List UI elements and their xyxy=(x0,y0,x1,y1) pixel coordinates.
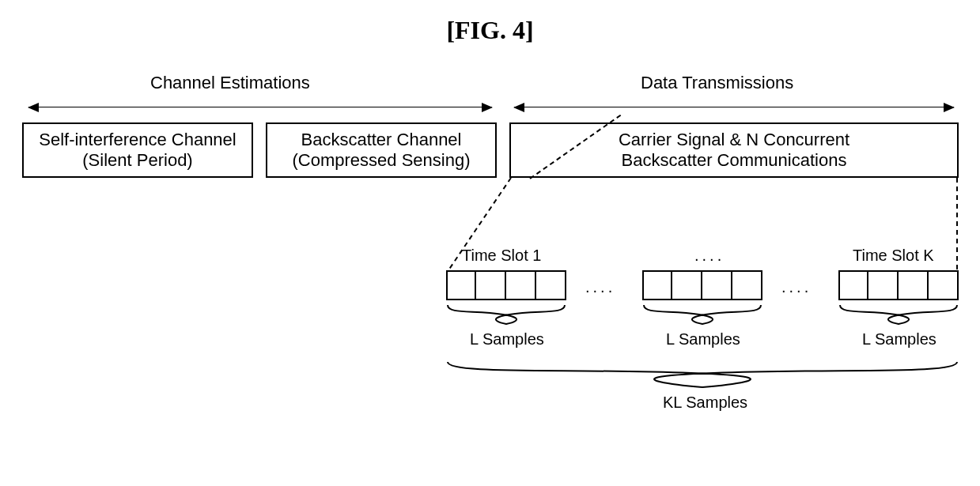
kl-samples: KL Samples xyxy=(663,394,747,412)
phase-channel-label: Channel Estimations xyxy=(150,73,310,93)
figure-title: [FIG. 4] xyxy=(0,16,980,45)
slot-cell xyxy=(642,270,672,300)
phase-data-label: Data Transmissions xyxy=(641,73,793,93)
slot-cell xyxy=(476,270,506,300)
slot-mid-cells xyxy=(642,270,762,300)
channel-estimations-arrow xyxy=(28,107,492,107)
slot-cell xyxy=(506,270,536,300)
l-brace-1 xyxy=(446,303,566,326)
slot-cell xyxy=(672,270,702,300)
carrier-line2: Backscatter Communications xyxy=(622,150,847,171)
l-brace-2 xyxy=(642,303,762,326)
backscatter-line1: Backscatter Channel xyxy=(301,130,462,150)
slot-cell xyxy=(838,270,868,300)
self-interference-box: Self-interference Channel (Silent Period… xyxy=(22,122,253,178)
slots-lower-dots-1: .... xyxy=(585,278,615,296)
self-if-line2: (Silent Period) xyxy=(82,150,192,171)
slots-upper-dots: .... xyxy=(694,247,725,265)
time-slot-1-label: Time Slot 1 xyxy=(462,247,541,265)
l-samples-1: L Samples xyxy=(470,330,544,348)
carrier-line1: Carrier Signal & N Concurrent xyxy=(619,130,849,150)
slot-cell xyxy=(536,270,566,300)
slot-cell xyxy=(899,270,929,300)
slotk-cells xyxy=(838,270,959,300)
backscatter-line2: (Compressed Sensing) xyxy=(293,150,471,171)
connectors-svg xyxy=(0,0,980,486)
slot-cell xyxy=(732,270,762,300)
slot-cell xyxy=(702,270,732,300)
self-if-line1: Self-interference Channel xyxy=(39,130,236,150)
carrier-signal-box: Carrier Signal & N Concurrent Backscatte… xyxy=(509,122,959,178)
data-transmissions-arrow xyxy=(514,107,954,107)
l-samples-3: L Samples xyxy=(862,330,936,348)
l-brace-3 xyxy=(838,303,959,326)
time-slot-k-label: Time Slot K xyxy=(853,247,934,265)
slot-cell xyxy=(868,270,899,300)
l-samples-2: L Samples xyxy=(666,330,740,348)
slot-cell xyxy=(929,270,959,300)
slot-cell xyxy=(446,270,476,300)
slot1-cells xyxy=(446,270,566,300)
backscatter-channel-box: Backscatter Channel (Compressed Sensing) xyxy=(266,122,497,178)
slots-lower-dots-2: .... xyxy=(781,278,812,296)
kl-brace xyxy=(446,360,959,389)
